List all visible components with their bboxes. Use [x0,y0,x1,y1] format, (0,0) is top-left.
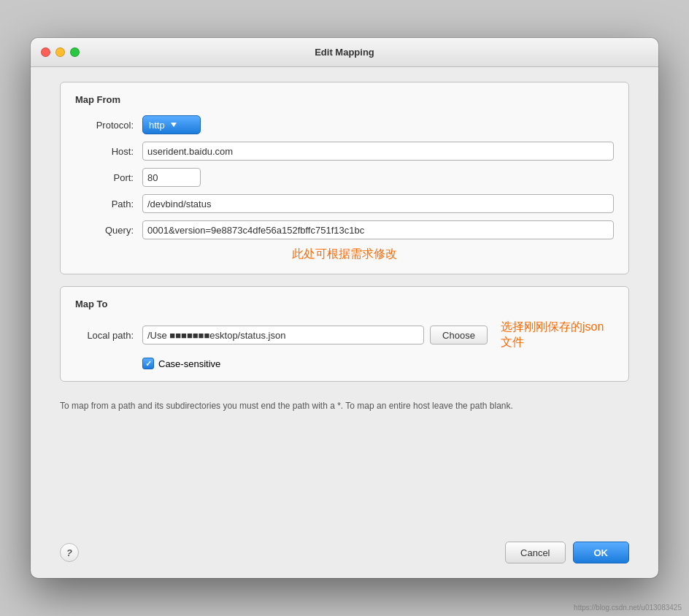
protocol-value: http [149,120,165,131]
local-path-label: Local path: [75,330,134,341]
protocol-row: Protocol: http [75,115,614,134]
case-sensitive-row: Case-sensitive [142,358,614,369]
case-sensitive-checkbox[interactable] [142,358,154,369]
help-button[interactable]: ? [60,543,79,562]
traffic-lights [41,47,80,57]
port-row: Port: [75,168,614,187]
query-label: Query: [75,225,134,236]
close-button[interactable] [41,47,50,57]
map-to-label: Map To [75,299,614,309]
port-input[interactable] [142,168,201,187]
protocol-select[interactable]: http [142,115,201,134]
local-path-row: Local path: Choose 选择刚刚保存的json文件 [75,320,614,350]
dialog-footer: ? Cancel OK [31,533,658,578]
host-input[interactable] [142,142,614,161]
query-input[interactable] [142,220,614,239]
protocol-label: Protocol: [75,120,134,131]
query-row: Query: [75,220,614,239]
choose-button[interactable]: Choose [430,326,488,344]
local-path-input[interactable] [142,326,424,344]
path-row: Path: [75,194,614,213]
ok-button[interactable]: OK [573,542,630,563]
dialog-body: Map From Protocol: http Host: Port: [31,67,658,533]
window-title: Edit Mapping [315,47,374,58]
cancel-button[interactable]: Cancel [505,542,565,563]
map-from-section: Map From Protocol: http Host: Port: [60,82,629,274]
path-input[interactable] [142,194,614,213]
maximize-button[interactable] [70,47,80,57]
minimize-button[interactable] [55,47,65,57]
hint-text: To map from a path and its subdirectorie… [60,393,629,418]
footer-buttons: Cancel OK [505,542,629,563]
case-sensitive-label: Case-sensitive [158,358,220,369]
map-from-label: Map From [75,94,614,105]
host-label: Host: [75,146,134,157]
map-to-annotation: 选择刚刚保存的json文件 [501,320,614,350]
map-to-section: Map To Local path: Choose 选择刚刚保存的json文件 … [60,286,629,382]
chevron-down-icon [171,123,177,127]
port-label: Port: [75,172,134,183]
local-path-controls: Choose 选择刚刚保存的json文件 [142,320,614,350]
path-label: Path: [75,199,134,209]
edit-mapping-dialog: Edit Mapping Map From Protocol: http Hos… [31,38,658,578]
title-bar: Edit Mapping [31,38,658,67]
host-row: Host: [75,142,614,161]
map-from-annotation: 此处可根据需求修改 [75,247,614,262]
